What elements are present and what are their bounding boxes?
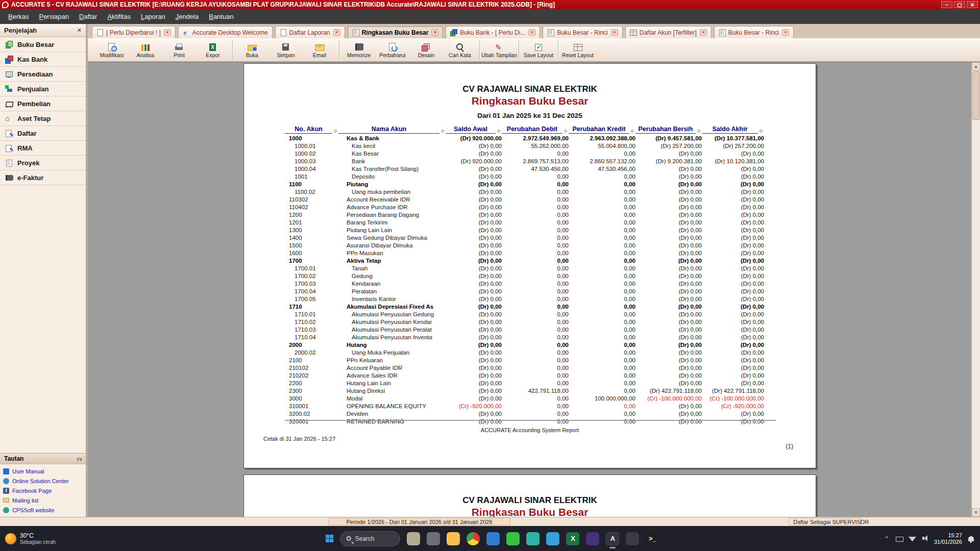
link-user-manual[interactable]: User Manual: [3, 466, 83, 476]
sidebar-item-aset-tetap[interactable]: Aset Tetap: [0, 111, 86, 126]
pet-cursor-icon[interactable]: [407, 532, 420, 545]
table-row-2100[interactable]: 2100PPn Keluaran(Dr) 0,000,000,00(Dr) 0,…: [285, 356, 776, 364]
store-icon[interactable]: [486, 532, 500, 545]
table-row-1400[interactable]: 1400Sewa Gedung Dibayar Dimuka(Dr) 0,000…: [285, 234, 776, 241]
table-row-1100.02[interactable]: 1100.02Uang muka pembelian(Dr) 0,000,000…: [285, 188, 776, 195]
minimize-button[interactable]: –: [941, 1, 952, 8]
email-button[interactable]: Email: [303, 41, 336, 58]
sidebar-item-pembelian[interactable]: Pembelian: [0, 96, 86, 111]
cari-kata-button[interactable]: Cari Kata: [443, 41, 477, 58]
reset-layout-button[interactable]: Reset Layout: [561, 41, 595, 58]
table-row-3000[interactable]: 3000Modal(Dr) 0,000,00100.000.000,00(Cr)…: [285, 394, 776, 402]
tray-chevron-up-icon[interactable]: ^: [883, 535, 891, 542]
taskbar-clock[interactable]: 15:27 31/01/2026: [934, 532, 962, 545]
menu-bantuan[interactable]: Bantuan: [204, 11, 238, 22]
telegram-icon[interactable]: [546, 532, 559, 545]
close-button[interactable]: ✕: [967, 1, 978, 8]
tab-close-icon[interactable]: ✕: [611, 29, 618, 36]
menu-berkas[interactable]: Berkas: [3, 11, 34, 22]
table-row-1700.05[interactable]: 1700.05Inventaris Kantor(Dr) 0,000,000,0…: [285, 295, 776, 303]
column-header-saldo-akhir[interactable]: Saldo Akhir: [702, 126, 764, 134]
table-row-2000.02[interactable]: 2000.02Uang Muka Penjualan(Dr) 0,000,000…: [285, 348, 776, 356]
ubah-tampilan-button[interactable]: Ubah Tampilan: [482, 41, 516, 58]
link-cpssoft-website[interactable]: CPSSoft website: [3, 505, 83, 515]
table-row-1700.04[interactable]: 1700.04Peralatan(Dr) 0,000,000,00(Dr) 0,…: [285, 287, 776, 295]
column-header-no-akun[interactable]: No. Akun: [285, 126, 338, 134]
save-layout-button[interactable]: Save Layout: [522, 41, 555, 58]
table-row-1710[interactable]: 1710Akumulasi Depresiasi Fixed As(Dr) 0,…: [285, 303, 776, 310]
tab-close-icon[interactable]: ✕: [700, 29, 707, 36]
sidebar-close-icon[interactable]: ✕: [77, 27, 82, 34]
column-header-perubahan-kredit[interactable]: Perubahan Kredit: [569, 126, 635, 134]
sidebar-item-kas-bank[interactable]: Kas Bank: [0, 52, 86, 67]
table-row-1000.02[interactable]: 1000.02Kas Besar(Dr) 0,000,000,00(Dr) 0,…: [285, 149, 776, 157]
accurate-icon[interactable]: A: [606, 532, 619, 545]
sort-diamond-icon[interactable]: [439, 127, 446, 134]
table-row-1710.01[interactable]: 1710.01Akumulasi Penyusutan Gedung(Dr) 0…: [285, 310, 776, 318]
simpan-button[interactable]: Simpan: [269, 41, 303, 58]
excel-icon[interactable]: X: [566, 532, 579, 545]
sort-diamond-icon[interactable]: [758, 127, 764, 134]
table-row-1500[interactable]: 1500Asuransi Dibayar Dimuka(Dr) 0,000,00…: [285, 241, 776, 249]
sidebar-item-rma[interactable]: RMA: [0, 141, 86, 156]
wifi-icon[interactable]: [909, 536, 916, 542]
app-window-icon[interactable]: [427, 532, 440, 545]
table-row-1700.03[interactable]: 1700.03Kendaraan(Dr) 0,000,000,00(Dr) 0,…: [285, 280, 776, 287]
table-row-1710.03[interactable]: 1710.03Akumulasi Penyusutan Peralat(Dr) …: [285, 325, 776, 333]
table-row-1001[interactable]: 1001Deposito(Dr) 0,000,000,00(Dr) 0,00(D…: [285, 172, 776, 180]
table-row-1000[interactable]: 1000Kas & Bank(Dr) 920.000,002.972.549.9…: [285, 134, 776, 142]
menu-persiapan[interactable]: Persiapan: [34, 11, 74, 22]
tab-close-icon[interactable]: ✕: [164, 29, 171, 36]
file-explorer-icon[interactable]: [447, 532, 460, 545]
notification-bell-icon[interactable]: [968, 536, 974, 541]
table-row-1300[interactable]: 1300Piutang Lain Lain(Dr) 0,000,000,00(D…: [285, 226, 776, 234]
terminal-icon[interactable]: >_: [646, 532, 659, 545]
table-row-1000.03[interactable]: 1000.03Bank(Dr) 920.000,002.869.757.513,…: [285, 157, 776, 165]
tab-daftar-laporan[interactable]: Daftar Laporan✕: [275, 26, 345, 38]
sort-diamond-icon[interactable]: [332, 127, 338, 134]
start-button[interactable]: [326, 535, 333, 542]
sort-diamond-icon[interactable]: [562, 127, 569, 134]
volume-icon[interactable]: [921, 535, 929, 542]
scrollbar-thumb[interactable]: [972, 71, 979, 120]
table-row-2000[interactable]: 2000Hutang(Dr) 0,000,000,00(Dr) 0,00(Dr)…: [285, 341, 776, 348]
table-row-1700.01[interactable]: 1700.01Tanah(Dr) 0,000,000,00(Dr) 0,00(D…: [285, 264, 776, 272]
sort-diamond-icon[interactable]: [696, 127, 702, 134]
modifikasi-button[interactable]: Modifikasi: [95, 41, 129, 58]
table-row-1200[interactable]: 1200Persediaan Barang Dagang(Dr) 0,000,0…: [285, 211, 776, 218]
sort-diamond-icon[interactable]: [496, 127, 502, 134]
table-row-110402[interactable]: 110402Advance Purchase IDR(Dr) 0,000,000…: [285, 203, 776, 211]
scroll-down-icon[interactable]: ▼: [972, 508, 980, 517]
edge-icon[interactable]: [526, 532, 540, 545]
tab-close-icon[interactable]: ✕: [782, 29, 789, 36]
tautan-header[interactable]: Tautan ∨∨: [0, 453, 86, 464]
menu-daftar[interactable]: Daftar: [74, 11, 102, 22]
table-row-1000.04[interactable]: 1000.04Kas Transfer(Post Silang)(Dr) 0,0…: [285, 165, 776, 172]
table-row-1710.04[interactable]: 1710.04Akumulasi Penyusutan Inventa(Dr) …: [285, 333, 776, 341]
maximize-button[interactable]: ▢: [954, 1, 965, 8]
github-icon[interactable]: [626, 532, 639, 545]
tab-buku-besar-rinci[interactable]: Buku Besar - Rinci✕: [714, 26, 794, 38]
menu-jendela[interactable]: Jendela: [170, 11, 204, 22]
memorize-button[interactable]: Memorize: [342, 41, 376, 58]
table-row-1710.02[interactable]: 1710.02Akumulasi Penyusutan Kendar(Dr) 0…: [285, 318, 776, 325]
table-row-1700.02[interactable]: 1700.02Gedung(Dr) 0,000,000,00(Dr) 0,00(…: [285, 272, 776, 280]
column-header-saldo-awal[interactable]: Saldo Awal: [446, 126, 502, 134]
table-row-1000.01[interactable]: 1000.01Kas kecil(Dr) 0,0055.262.000,0055…: [285, 142, 776, 149]
tab-perlu-diperbarui[interactable]: [ Perlu Diperbarui ! ]✕: [92, 26, 176, 38]
sidebar-item-proyek[interactable]: Proyek: [0, 156, 86, 170]
expor-button[interactable]: Expor: [196, 41, 230, 58]
sidebar-item-e-faktur[interactable]: e-Faktur: [0, 170, 86, 185]
weather-widget[interactable]: 30°C Sebagian cerah: [0, 532, 102, 545]
link-facebook-page[interactable]: Facebook Page: [3, 486, 83, 495]
table-row-320001[interactable]: 320001RETAINED EARNING(Dr) 0,000,000,00(…: [285, 417, 776, 425]
table-row-2300[interactable]: 2300Hutang Direksi(Dr) 0,00422.791.118,0…: [285, 387, 776, 394]
tab-daftar-akun-terfilter[interactable]: Daftar Akun [Terfilter]✕: [625, 26, 712, 38]
analisa-button[interactable]: Analisa: [129, 41, 162, 58]
tab-ringkasan-buku-besar[interactable]: Ringkasan Buku Besar✕: [348, 26, 444, 38]
tab-buku-bank-perlu-di[interactable]: Buku Bank - [ Perlu Di...✕: [446, 26, 540, 38]
chrome-icon[interactable]: [467, 532, 480, 545]
link-mailing-list[interactable]: Mailing list: [3, 495, 83, 505]
tab-accurate-desktop-welcome[interactable]: Accurate Desktop Welcome: [178, 26, 273, 38]
display-icon[interactable]: [896, 537, 903, 542]
